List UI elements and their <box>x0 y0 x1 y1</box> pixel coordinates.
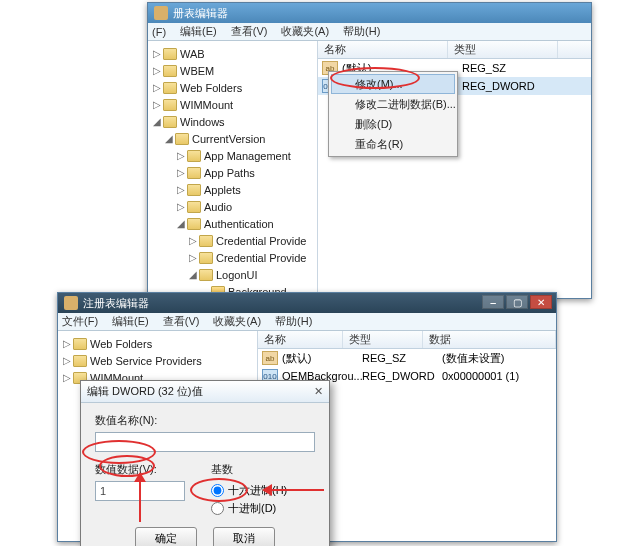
ctx-delete[interactable]: 删除(D) <box>331 114 455 134</box>
tree-node[interactable]: ▷Applets <box>152 181 317 198</box>
expand-icon[interactable]: ▷ <box>62 338 71 349</box>
cell-type: REG_SZ <box>462 62 572 74</box>
expand-icon[interactable]: ▷ <box>152 48 161 59</box>
expand-icon[interactable]: ◢ <box>164 133 173 144</box>
expand-icon[interactable]: ◢ <box>176 218 185 229</box>
titlebar[interactable]: 注册表编辑器 ‒ ▢ ✕ <box>58 293 556 313</box>
folder-icon <box>175 133 189 145</box>
expand-icon[interactable]: ▷ <box>176 201 185 212</box>
ctx-modify-binary[interactable]: 修改二进制数据(B)... <box>331 94 455 114</box>
tree-node[interactable]: ◢LogonUI <box>152 266 317 283</box>
tree-label: Web Service Providers <box>90 355 202 367</box>
ok-button[interactable]: 确定 <box>135 527 197 546</box>
radio-hex-input[interactable] <box>211 484 224 497</box>
tree-label: App Management <box>204 150 291 162</box>
cell-name: (默认) <box>282 351 362 366</box>
tree-node[interactable]: ▷Credential Provide <box>152 232 317 249</box>
expand-icon[interactable]: ▷ <box>152 82 161 93</box>
expand-icon[interactable]: ▷ <box>62 355 71 366</box>
tree-node[interactable]: ▷WIMMount <box>152 96 317 113</box>
menu-view[interactable]: 查看(V) <box>231 24 268 39</box>
ctx-modify[interactable]: 修改(M)... <box>331 74 455 94</box>
col-data[interactable]: 数据 <box>423 331 556 348</box>
menu-fav[interactable]: 收藏夹(A) <box>281 24 329 39</box>
tree-node[interactable]: ▷WAB <box>152 45 317 62</box>
tree-node[interactable]: ▷Audio <box>152 198 317 215</box>
menubar[interactable]: (F) 编辑(E) 查看(V) 收藏夹(A) 帮助(H) <box>148 23 591 41</box>
base-label: 基数 <box>211 462 287 477</box>
expand-icon[interactable]: ▷ <box>176 167 185 178</box>
menu-help[interactable]: 帮助(H) <box>275 314 312 329</box>
tree-pane[interactable]: ▷WAB▷WBEM▷Web Folders▷WIMMount◢Windows◢C… <box>148 41 318 298</box>
tree-label: LogonUI <box>216 269 258 281</box>
dialog-title-bar[interactable]: 编辑 DWORD (32 位)值 ✕ <box>81 381 329 403</box>
tree-node[interactable]: ◢CurrentVersion <box>152 130 317 147</box>
folder-icon <box>199 269 213 281</box>
tree-node[interactable]: ▷Web Folders <box>62 335 257 352</box>
menu-fav[interactable]: 收藏夹(A) <box>213 314 261 329</box>
tree-label: Credential Provide <box>216 235 307 247</box>
tree-node[interactable]: ◢Authentication <box>152 215 317 232</box>
folder-icon <box>187 167 201 179</box>
col-name[interactable]: 名称 <box>318 41 448 58</box>
tree-label: App Paths <box>204 167 255 179</box>
folder-icon <box>163 99 177 111</box>
menu-file[interactable]: (F) <box>152 26 166 38</box>
folder-icon <box>163 48 177 60</box>
value-data-input[interactable] <box>95 481 185 501</box>
col-type[interactable]: 类型 <box>343 331 423 348</box>
list-header[interactable]: 名称 类型 <box>318 41 591 59</box>
app-icon <box>64 296 78 310</box>
tree-node[interactable]: ▷App Management <box>152 147 317 164</box>
folder-icon <box>187 218 201 230</box>
radio-dec[interactable]: 十进制(D) <box>211 499 287 517</box>
tree-node[interactable]: ◢Windows <box>152 113 317 130</box>
expand-icon[interactable]: ◢ <box>188 269 197 280</box>
tree-label: Authentication <box>204 218 274 230</box>
tree-label: WIMMount <box>180 99 233 111</box>
col-name[interactable]: 名称 <box>258 331 343 348</box>
expand-icon[interactable]: ▷ <box>152 99 161 110</box>
menu-view[interactable]: 查看(V) <box>163 314 200 329</box>
expand-icon[interactable]: ▷ <box>188 252 197 263</box>
folder-icon <box>73 338 87 350</box>
menubar[interactable]: 文件(F) 编辑(E) 查看(V) 收藏夹(A) 帮助(H) <box>58 313 556 331</box>
tree-node[interactable]: ▷Web Folders <box>152 79 317 96</box>
expand-icon[interactable]: ▷ <box>152 65 161 76</box>
expand-icon[interactable]: ◢ <box>152 116 161 127</box>
tree-node[interactable]: ▷Web Service Providers <box>62 352 257 369</box>
value-name-input[interactable] <box>95 432 315 452</box>
cancel-button[interactable]: 取消 <box>213 527 275 546</box>
col-type[interactable]: 类型 <box>448 41 558 58</box>
close-button[interactable]: ✕ <box>530 295 552 309</box>
edit-dword-dialog[interactable]: 编辑 DWORD (32 位)值 ✕ 数值名称(N): 数值数据(V): 基数 … <box>80 380 330 546</box>
list-row[interactable]: ab(默认)REG_SZ(数值未设置) <box>258 349 556 367</box>
context-menu[interactable]: 修改(M)... 修改二进制数据(B)... 删除(D) 重命名(R) <box>328 71 458 157</box>
cell-type: REG_DWORD <box>362 370 442 382</box>
expand-icon[interactable]: ▷ <box>62 372 71 383</box>
tree-node[interactable]: ▷App Paths <box>152 164 317 181</box>
radio-hex[interactable]: 十六进制(H) <box>211 481 287 499</box>
expand-icon[interactable]: ▷ <box>176 150 185 161</box>
expand-icon[interactable]: ▷ <box>176 184 185 195</box>
dialog-title: 编辑 DWORD (32 位)值 <box>87 384 203 399</box>
regedit-window-top[interactable]: 册表编辑器 (F) 编辑(E) 查看(V) 收藏夹(A) 帮助(H) ▷WAB▷… <box>147 2 592 299</box>
minimize-button[interactable]: ‒ <box>482 295 504 309</box>
menu-edit[interactable]: 编辑(E) <box>180 24 217 39</box>
ctx-rename[interactable]: 重命名(R) <box>331 134 455 154</box>
tree-node[interactable]: ▷WBEM <box>152 62 317 79</box>
menu-file[interactable]: 文件(F) <box>62 314 98 329</box>
maximize-button[interactable]: ▢ <box>506 295 528 309</box>
window-title: 注册表编辑器 <box>83 296 149 311</box>
cell-data: (数值未设置) <box>442 351 504 366</box>
titlebar[interactable]: 册表编辑器 <box>148 3 591 23</box>
expand-icon[interactable]: ▷ <box>188 235 197 246</box>
dialog-close-button[interactable]: ✕ <box>314 385 323 398</box>
menu-help[interactable]: 帮助(H) <box>343 24 380 39</box>
tree-node[interactable]: ▷Credential Provide <box>152 249 317 266</box>
folder-icon <box>163 65 177 77</box>
folder-icon <box>163 116 177 128</box>
menu-edit[interactable]: 编辑(E) <box>112 314 149 329</box>
list-header[interactable]: 名称 类型 数据 <box>258 331 556 349</box>
radio-dec-input[interactable] <box>211 502 224 515</box>
